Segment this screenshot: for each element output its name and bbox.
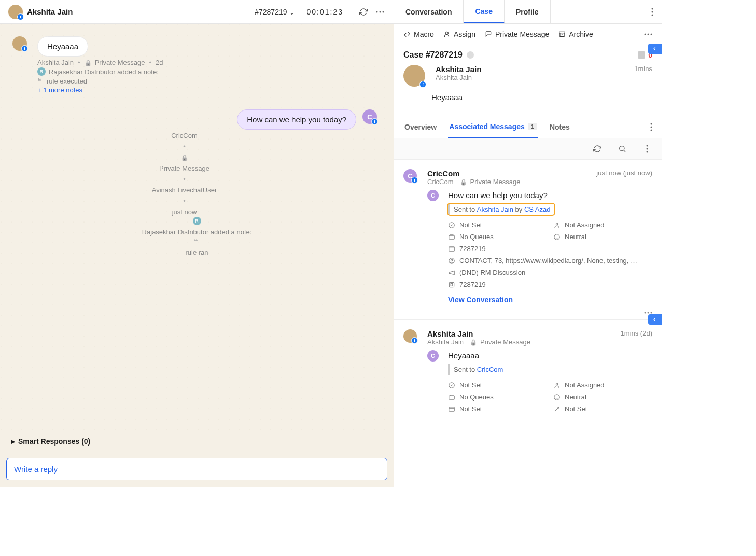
subtab-notes[interactable]: Notes — [549, 116, 571, 138]
svg-point-15 — [647, 145, 648, 147]
svg-point-0 — [376, 11, 378, 12]
archive-button[interactable]: Archive — [558, 30, 593, 38]
associated-message: Cf CricCom CricCom Private Message just … — [394, 160, 662, 320]
tab-conversation[interactable]: Conversation — [394, 0, 464, 23]
message-text: Heyaaaa — [448, 351, 652, 360]
message-time: just now (just now) — [596, 169, 652, 186]
svg-point-16 — [647, 148, 648, 150]
queue-field: No Queues — [448, 233, 547, 241]
agent-link[interactable]: CS Azad — [524, 205, 551, 213]
note-text: rule executed — [37, 77, 381, 85]
assigned-field: Not Assigned — [553, 381, 652, 389]
collapse-tab-icon[interactable] — [648, 314, 662, 325]
case-header: Case #7287219 0 f Akshita Jain Akshita J… — [394, 45, 662, 108]
recipient-link[interactable]: CricCom — [477, 366, 503, 373]
subtab-associated-messages[interactable]: Associated Messages 1 — [448, 116, 538, 138]
svg-point-13 — [651, 130, 652, 131]
customer-avatar: f — [403, 65, 425, 87]
timer: 00:01:23 — [307, 8, 344, 16]
case-tabs: Conversation Case Profile — [394, 0, 662, 24]
message-text: How can we help you today? — [448, 191, 652, 200]
svg-point-24 — [451, 259, 453, 261]
facebook-badge-icon: f — [371, 118, 378, 125]
subtab-overview[interactable]: Overview — [403, 116, 438, 138]
svg-point-4 — [652, 11, 653, 12]
lock-icon — [85, 59, 92, 66]
assigned-field: Not Assigned — [553, 221, 652, 229]
sender-name: CricCom — [427, 169, 520, 178]
quote-icon — [194, 237, 200, 245]
latest-message: Heyaaaa — [431, 93, 652, 102]
contact-field: CONTACT, 73, https://www.wikipedia.org/,… — [448, 257, 652, 265]
sender-meta: Akshita Jain Private Message — [427, 338, 530, 346]
actions-more-icon[interactable] — [644, 33, 652, 35]
tabs-more-icon[interactable] — [643, 0, 662, 23]
private-message-button[interactable]: Private Message — [485, 30, 549, 38]
brand-avatar: Cf — [362, 109, 377, 124]
quote-icon — [37, 77, 44, 85]
svg-point-19 — [556, 223, 558, 225]
svg-point-11 — [651, 123, 652, 125]
svg-point-14 — [620, 146, 624, 151]
associated-message: f Akshita Jain Akshita Jain Private Mess… — [394, 320, 662, 417]
lock-icon — [470, 338, 477, 346]
note-line: R Rajasekhar Distributor added a note: — [12, 217, 381, 236]
incoming-message: f Heyaaaa — [12, 36, 381, 57]
message-time: 1mins (2d) — [621, 329, 652, 346]
facebook-badge-icon: f — [17, 13, 24, 20]
chat-area: f Heyaaaa Akshita Jain Private Message 2… — [0, 24, 394, 431]
status-field: Not Set — [448, 381, 547, 389]
field-notset: Not Set — [448, 405, 547, 413]
message-more-icon[interactable] — [403, 307, 652, 315]
collapse-tab-icon[interactable] — [648, 44, 662, 54]
associated-toolbar — [394, 138, 662, 160]
macro-button[interactable]: Macro — [403, 30, 434, 38]
brand-avatar: Cf — [403, 169, 417, 183]
facebook-badge-icon: f — [411, 337, 418, 344]
smart-responses-toggle[interactable]: ▸ Smart Responses (0) — [0, 431, 394, 452]
case-subtabs: Overview Associated Messages 1 Notes — [394, 116, 662, 138]
refresh-icon[interactable] — [592, 144, 603, 154]
tab-case[interactable]: Case — [464, 0, 504, 23]
message-fields: Not Set Not Assigned No Queues Neutral 7… — [448, 221, 652, 288]
chevron-down-icon — [289, 8, 295, 16]
svg-rect-33 — [449, 407, 455, 411]
svg-point-26 — [645, 312, 646, 314]
case-id-dropdown[interactable]: #7287219 — [255, 8, 294, 16]
divider — [351, 7, 351, 17]
lock-icon — [460, 178, 467, 186]
svg-rect-7 — [559, 32, 565, 33]
view-conversation-link[interactable]: View Conversation — [448, 296, 513, 304]
customer-avatar: f — [403, 329, 417, 343]
message-bubble[interactable]: How can we help you today? — [237, 109, 356, 130]
sent-to-info: Sent to CricCom — [448, 364, 507, 375]
sender-name: Akshita Jain — [427, 329, 530, 338]
customer-subname: Akshita Jain — [436, 74, 481, 81]
lock-icon — [181, 154, 188, 161]
conversation-header: f Akshita Jain #7287219 00:01:23 — [0, 0, 394, 24]
sentiment-field: Neutral — [553, 233, 652, 241]
more-notes-link[interactable]: + 1 more notes — [37, 86, 381, 94]
conversation-pane: f Akshita Jain #7287219 00:01:23 f Heyaa… — [0, 0, 394, 486]
reply-area: Write a reply — [0, 452, 394, 486]
assign-button[interactable]: Assign — [443, 30, 475, 38]
field-notset: Not Set — [553, 405, 652, 413]
subtabs-more-icon[interactable] — [650, 123, 652, 131]
brand-avatar-small: C — [427, 190, 439, 201]
svg-point-6 — [446, 32, 449, 34]
outgoing-message: How can we help you today? Cf — [12, 109, 381, 130]
svg-point-5 — [652, 14, 653, 16]
search-icon[interactable] — [617, 144, 627, 154]
customer-name: Akshita Jain — [27, 7, 73, 16]
message-age: 1mins — [634, 65, 652, 73]
tab-profile[interactable]: Profile — [505, 0, 551, 23]
recipient-link[interactable]: Akshita Jain — [477, 205, 513, 213]
message-bubble[interactable]: Heyaaaa — [37, 36, 88, 57]
more-icon[interactable] — [642, 144, 652, 154]
reply-input[interactable]: Write a reply — [6, 458, 387, 480]
more-icon[interactable] — [375, 7, 385, 17]
facebook-badge-icon: f — [411, 177, 418, 184]
status-field: Not Set — [448, 221, 547, 229]
note-author-avatar: R — [193, 217, 201, 225]
refresh-icon[interactable] — [358, 7, 369, 17]
